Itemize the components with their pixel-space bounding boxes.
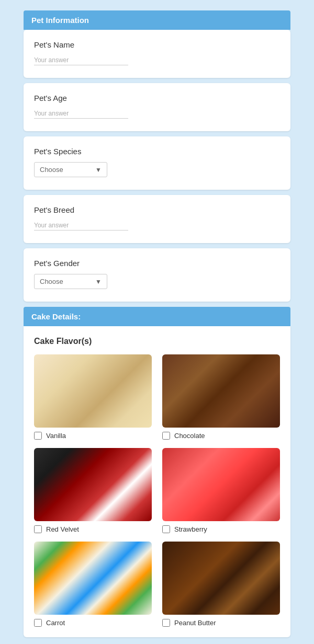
pets-gender-card: Pet's Gender Choose ▼ xyxy=(24,248,290,302)
pets-age-input[interactable] xyxy=(34,109,128,119)
pets-age-card: Pet's Age xyxy=(24,83,290,131)
cake-label-peanut-butter: Peanut Butter xyxy=(174,619,216,627)
pets-species-label: Pet's Species xyxy=(34,147,280,156)
cake-checkbox-vanilla[interactable] xyxy=(34,432,42,440)
cake-checkbox-chocolate[interactable] xyxy=(162,432,170,440)
cake-flavors-grid: Vanilla Chocolate Red Velvet xyxy=(34,354,280,627)
pets-species-select[interactable]: Choose xyxy=(40,166,95,174)
cake-checkbox-red-velvet[interactable] xyxy=(34,525,42,533)
pets-name-label: Pet's Name xyxy=(34,40,280,49)
cake-image-peanut-butter xyxy=(162,542,280,615)
cake-label-red-velvet: Red Velvet xyxy=(46,525,79,533)
pets-gender-select[interactable]: Choose xyxy=(40,278,95,285)
cake-label-vanilla: Vanilla xyxy=(46,432,66,440)
pets-name-input[interactable] xyxy=(34,55,128,65)
pets-gender-dropdown[interactable]: Choose ▼ xyxy=(34,274,107,289)
pets-age-label: Pet's Age xyxy=(34,94,280,102)
cake-image-vanilla xyxy=(34,354,152,428)
cake-image-red-velvet xyxy=(34,448,152,521)
pets-breed-card: Pet's Breed xyxy=(24,195,290,243)
pets-species-card: Pet's Species Choose ▼ xyxy=(24,136,290,190)
cake-image-chocolate xyxy=(162,354,280,428)
cake-item-strawberry: Strawberry xyxy=(162,448,280,533)
cake-checkbox-peanut-butter[interactable] xyxy=(162,619,170,627)
cake-details-section: Cake Details: Cake Flavor(s) Vanilla Cho… xyxy=(24,307,290,637)
cake-label-strawberry: Strawberry xyxy=(174,525,207,533)
pets-breed-label: Pet's Breed xyxy=(34,205,280,214)
pets-gender-label: Pet's Gender xyxy=(34,259,280,268)
cake-item-red-velvet: Red Velvet xyxy=(34,448,152,533)
pets-name-card: Pet's Name xyxy=(24,30,290,78)
cake-checkbox-carrot[interactable] xyxy=(34,619,42,627)
pets-breed-input[interactable] xyxy=(34,221,128,231)
cake-item-peanut-butter: Peanut Butter xyxy=(162,542,280,627)
pets-species-dropdown[interactable]: Choose ▼ xyxy=(34,162,107,177)
cake-item-carrot: Carrot xyxy=(34,542,152,627)
pet-info-header: Pet Information xyxy=(24,10,290,30)
cake-label-chocolate: Chocolate xyxy=(174,432,205,440)
cake-image-carrot xyxy=(34,542,152,615)
cake-flavors-title: Cake Flavor(s) xyxy=(34,337,280,346)
chevron-down-icon: ▼ xyxy=(95,166,102,174)
pet-information-section: Pet Information Pet's Name Pet's Age Pet… xyxy=(24,10,290,302)
pet-info-header-label: Pet Information xyxy=(31,16,89,25)
chevron-down-icon: ▼ xyxy=(95,278,102,285)
cake-checkbox-strawberry[interactable] xyxy=(162,525,170,533)
cake-image-strawberry xyxy=(162,448,280,521)
cake-item-chocolate: Chocolate xyxy=(162,354,280,440)
cake-flavors-card: Cake Flavor(s) Vanilla Chocolate xyxy=(24,326,290,637)
cake-details-header-label: Cake Details: xyxy=(31,312,81,321)
cake-item-vanilla: Vanilla xyxy=(34,354,152,440)
cake-label-carrot: Carrot xyxy=(46,619,65,627)
cake-details-header: Cake Details: xyxy=(24,307,290,326)
